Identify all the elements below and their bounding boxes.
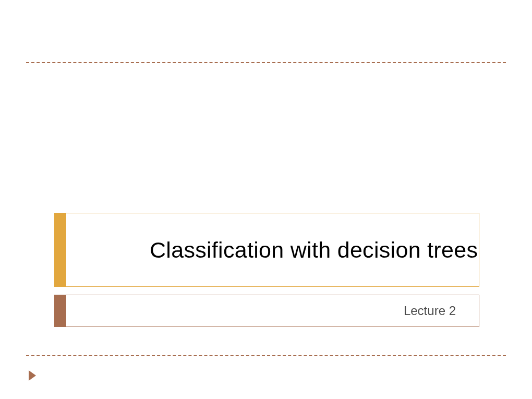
- top-divider: [26, 62, 506, 63]
- title-accent-bar: [55, 213, 66, 286]
- subtitle-box: Lecture 2: [54, 295, 479, 327]
- slide-title: Classification with decision trees: [66, 213, 479, 286]
- subtitle-accent-bar: [55, 295, 66, 327]
- slide-subtitle: Lecture 2: [66, 295, 479, 327]
- bottom-divider: [26, 355, 506, 356]
- play-arrow-icon: [29, 370, 36, 381]
- title-box: Classification with decision trees: [54, 213, 479, 287]
